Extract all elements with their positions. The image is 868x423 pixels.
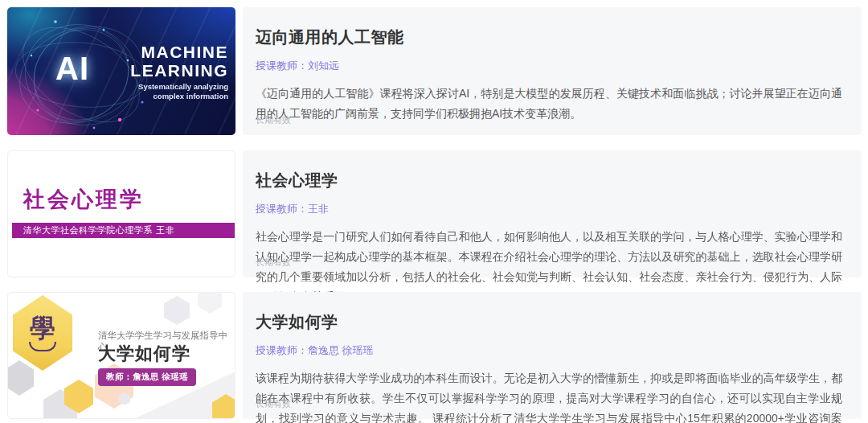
ai-glow-text: AI	[55, 51, 89, 87]
course-thumbnail-machine-learning[interactable]: AI MACHINE LEARNING Systematically analy…	[7, 7, 235, 135]
hexagon-decoration	[198, 292, 222, 314]
teacher-line: 授课教师：刘知远	[256, 59, 842, 73]
course-description: 该课程为期待获得大学学业成功的本科生而设计。无论是初入大学的懵懂新生，抑或是即将…	[256, 368, 842, 423]
course-row: 社会心理学 清华大学社会科学学院心理学系 王非 社会心理学 授课教师：王非 社会…	[0, 150, 868, 277]
banner-subtitle: Systematically analyzing complex informa…	[138, 82, 228, 101]
course-description: 《迈向通用的人工智能》课程将深入探讨AI，特别是大模型的发展历程、关键技术和面临…	[256, 84, 842, 124]
teacher-names: 刘知远	[308, 60, 339, 72]
course-card[interactable]: 社会心理学 授课教师：王非 社会心理学是一门研究人们如何看待自己和他人，如何影响…	[243, 150, 862, 277]
teacher-line: 授课教师：王非	[256, 202, 842, 216]
teacher-names: 詹逸思 徐瑶瑶	[308, 344, 374, 356]
teacher-label: 授课教师：	[256, 60, 308, 72]
teacher-names: 王非	[308, 203, 329, 215]
validity-label: 长期有效	[256, 398, 291, 410]
course-row: 學 清华大学学生学习与发展指导中心 大学如何学 教师：詹逸思 徐瑶瑶 大学如何学…	[0, 292, 868, 419]
banner-heading-line1: MACHINE	[130, 43, 228, 61]
logo-character: 學	[30, 315, 55, 341]
banner-department-text: 清华大学社会科学学院心理学系 王非	[12, 223, 235, 238]
course-card[interactable]: 大学如何学 授课教师：詹逸思 徐瑶瑶 该课程为期待获得大学学业成功的本科生而设计…	[243, 292, 862, 419]
course-thumbnail-social-psychology[interactable]: 社会心理学 清华大学社会科学学院心理学系 王非	[7, 150, 235, 277]
banner-department-bar: 清华大学社会科学学院心理学系 王非	[12, 223, 235, 238]
banner-subtitle-line1: Systematically analyzing	[138, 82, 228, 92]
banner-subtitle-line2: complex information	[138, 92, 228, 101]
course-title[interactable]: 社会心理学	[256, 170, 842, 191]
course-thumbnail-how-to-learn[interactable]: 學 清华大学学生学习与发展指导中心 大学如何学 教师：詹逸思 徐瑶瑶	[7, 292, 235, 419]
banner-heading: MACHINE LEARNING	[130, 43, 228, 80]
validity-label: 长期有效	[256, 114, 291, 126]
banner-teacher-badge: 教师：詹逸思 徐瑶瑶	[98, 368, 196, 386]
course-card[interactable]: 迈向通用的人工智能 授课教师：刘知远 《迈向通用的人工智能》课程将深入探讨AI，…	[243, 7, 862, 135]
course-title[interactable]: 大学如何学	[256, 311, 842, 333]
teacher-label: 授课教师：	[256, 344, 308, 356]
banner-title: 社会心理学	[23, 185, 144, 214]
validity-label: 长期有效	[256, 257, 291, 269]
logo-book-arc	[29, 342, 56, 351]
banner-title: 大学如何学	[98, 342, 190, 366]
course-title[interactable]: 迈向通用的人工智能	[256, 27, 842, 48]
teacher-line: 授课教师：詹逸思 徐瑶瑶	[256, 343, 842, 358]
banner-heading-line2: LEARNING	[130, 61, 228, 80]
study-center-logo: 學	[13, 295, 72, 371]
teacher-label: 授课教师：	[256, 203, 308, 215]
hexagon-decoration	[164, 296, 190, 325]
course-row: AI MACHINE LEARNING Systematically analy…	[0, 7, 868, 135]
